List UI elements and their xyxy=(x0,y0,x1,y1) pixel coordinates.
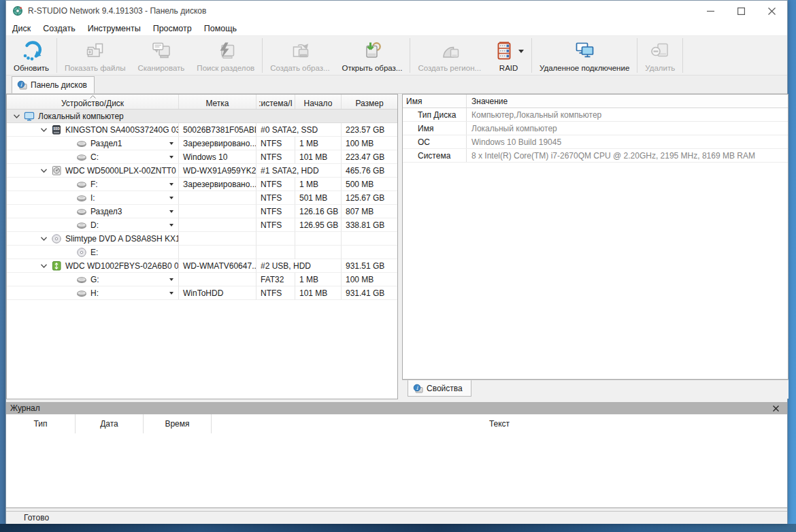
tab-disk-panel-label: Панель дисков xyxy=(31,80,87,90)
create-region-icon xyxy=(439,39,461,63)
raid-dropdown-arrow[interactable] xyxy=(518,50,524,53)
column-header-fs[interactable]: :истема/I xyxy=(256,95,295,109)
disks-panel: Устройство/Диск Метка :истема/I Начало Р… xyxy=(6,94,398,399)
refresh-icon xyxy=(20,39,42,63)
create-image-button[interactable]: Создать образ... xyxy=(264,36,335,75)
scan-button[interactable]: Сканировать xyxy=(131,36,190,75)
property-value: Локальный компьютер xyxy=(467,122,788,135)
disks-table-header: Устройство/Диск Метка :истема/I Начало Р… xyxy=(7,95,397,110)
table-row-partition[interactable]: F: Зарезервировано... NTFS 1 MB 500 MB xyxy=(7,178,397,191)
collapse-chevron-icon[interactable] xyxy=(41,264,47,268)
property-row: Тип Диска Компьютер,Локальный компьютер xyxy=(403,108,788,122)
delete-icon xyxy=(649,39,671,63)
column-header-device[interactable]: Устройство/Диск xyxy=(7,95,179,109)
usb-drive-icon xyxy=(51,261,62,271)
table-row-partition[interactable]: G: FAT32 1 MB 100 MB xyxy=(7,273,397,286)
partition-dropdown-icon[interactable] xyxy=(169,197,173,199)
partition-icon xyxy=(76,152,87,163)
raid-icon xyxy=(493,40,515,62)
open-image-button[interactable]: Открыть образ... xyxy=(336,36,409,75)
property-value: 8 x Intel(R) Core(TM) i7-2670QM CPU @ 2.… xyxy=(467,149,788,162)
tab-bar: i Панель дисков xyxy=(6,76,787,94)
partition-dropdown-icon[interactable] xyxy=(169,142,173,145)
log-close-icon[interactable] xyxy=(769,405,783,412)
partition-dropdown-icon[interactable] xyxy=(169,183,173,186)
table-row-partition[interactable]: E: xyxy=(7,246,397,259)
column-header-value[interactable]: Значение xyxy=(467,95,788,107)
dvd-icon xyxy=(51,233,62,244)
menu-disk[interactable]: Диск xyxy=(6,21,37,35)
log-panel: Журнал Тип Дата Время Текст xyxy=(6,402,787,508)
table-row-drive[interactable]: Slimtype DVD A DS8A8SH KX12 xyxy=(7,232,397,246)
log-column-date[interactable]: Дата xyxy=(76,414,144,433)
column-header-size[interactable]: Размер xyxy=(342,95,397,109)
partition-dropdown-icon[interactable] xyxy=(169,278,173,281)
collapse-chevron-icon[interactable] xyxy=(41,237,47,241)
menu-help[interactable]: Помощь xyxy=(198,21,243,35)
property-value: Компьютер,Локальный компьютер xyxy=(467,108,788,121)
table-row-partition[interactable]: D: NTFS 126.95 GB 338.81 GB xyxy=(7,218,397,232)
table-row-partition[interactable]: C: Windows 10 NTFS 101 MB 223.47 GB xyxy=(7,150,397,164)
menu-create[interactable]: Создать xyxy=(37,21,82,35)
minimize-button[interactable] xyxy=(695,1,726,21)
collapse-chevron-icon[interactable] xyxy=(41,169,47,173)
log-column-text[interactable]: Текст xyxy=(212,414,787,433)
column-header-label[interactable]: Метка xyxy=(179,95,256,109)
collapse-chevron-icon[interactable] xyxy=(14,114,20,118)
table-row-partition[interactable]: H: WinToHDD NTFS 101 MB 931.41 GB xyxy=(7,286,397,300)
table-row-drive[interactable]: WDC WD1002FBYS-02A6B0 03.00... WD-WMATV6… xyxy=(7,259,397,273)
maximize-button[interactable] xyxy=(726,1,757,21)
title-bar[interactable]: R-STUDIO Network 9.4.191303 - Панель дис… xyxy=(6,1,787,21)
table-row-drive[interactable]: SSDKINGSTON SA400S37240G 03180... 50026B… xyxy=(7,123,397,137)
ssd-icon: SSD xyxy=(51,124,62,135)
raid-button[interactable]: RAID xyxy=(487,36,530,75)
menu-view[interactable]: Просмотр xyxy=(147,21,198,35)
tab-properties-label: Свойства xyxy=(427,384,463,393)
tab-disk-panel[interactable]: i Панель дисков xyxy=(12,76,95,93)
partition-icon xyxy=(76,274,87,285)
partition-dropdown-icon[interactable] xyxy=(169,224,173,227)
status-bar: Готово xyxy=(6,511,787,524)
partition-dropdown-icon[interactable] xyxy=(169,156,173,159)
partition-icon xyxy=(76,288,87,299)
table-row-partition[interactable]: Раздел1 Зарезервировано... NTFS 1 MB 100… xyxy=(7,137,397,150)
menu-tools[interactable]: Инструменты xyxy=(82,21,147,35)
table-row-local-computer[interactable]: Локальный компьютер xyxy=(7,110,397,123)
refresh-button[interactable]: Обновить xyxy=(7,36,55,75)
table-row-partition[interactable]: Раздел3 NTFS 126.16 GB 807 MB xyxy=(7,205,397,218)
app-icon xyxy=(12,5,23,16)
log-title-bar: Журнал xyxy=(6,402,787,414)
show-files-button[interactable]: Показать файлы xyxy=(59,36,131,75)
create-region-button[interactable]: Создать регион... xyxy=(412,36,487,75)
log-column-type[interactable]: Тип xyxy=(6,414,76,433)
properties-panel: Имя Значение Тип Диска Компьютер,Локальн… xyxy=(402,94,789,380)
collapse-chevron-icon[interactable] xyxy=(41,128,47,132)
property-name: Имя xyxy=(403,122,467,135)
toolbar-separator xyxy=(637,38,637,73)
properties-info-icon: i xyxy=(412,383,423,394)
remote-connection-icon xyxy=(573,39,596,63)
toolbar-separator xyxy=(262,38,263,73)
tab-properties[interactable]: i Свойства xyxy=(408,380,471,397)
table-row-drive[interactable]: WDC WD5000LPLX-00ZNTT0 01.... WD-WX91A95… xyxy=(7,164,397,178)
remote-connection-button[interactable]: Удаленное подключение xyxy=(533,36,635,75)
property-name: Система xyxy=(403,149,467,162)
desktop-background-strip xyxy=(0,524,796,532)
column-header-start[interactable]: Начало xyxy=(295,95,342,109)
delete-button[interactable]: Удалить xyxy=(639,36,681,75)
partition-dropdown-icon[interactable] xyxy=(169,292,173,295)
column-header-name[interactable]: Имя xyxy=(403,95,467,107)
disk-panel-info-icon: i xyxy=(16,80,27,90)
close-button[interactable] xyxy=(757,1,787,21)
table-row-partition[interactable]: I: NTFS 501 MB 125.67 GB xyxy=(7,191,397,205)
r-studio-window: R-STUDIO Network 9.4.191303 - Панель дис… xyxy=(5,0,788,524)
toolbar: Обновить Показать файлы Сканировать Поис… xyxy=(6,36,787,76)
create-image-icon xyxy=(289,39,311,63)
toolbar-separator xyxy=(56,38,57,73)
partition-dropdown-icon[interactable] xyxy=(169,210,173,213)
find-partitions-icon xyxy=(215,39,237,63)
menu-bar: Диск Создать Инструменты Просмотр Помощь xyxy=(6,21,787,36)
find-partitions-button[interactable]: Поиск разделов xyxy=(190,36,261,75)
log-column-time[interactable]: Время xyxy=(144,414,212,433)
partition-icon xyxy=(76,179,87,190)
